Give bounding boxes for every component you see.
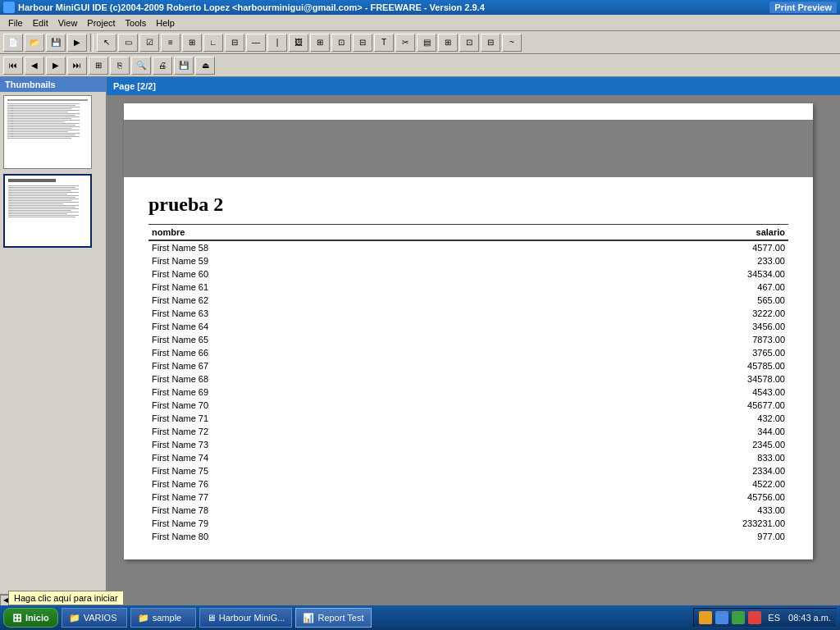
toolbar-btn22[interactable]: ⊞: [438, 34, 458, 52]
toolbar-img[interactable]: 🖼: [289, 34, 308, 52]
thumbnails-panel: Thumbnails: [0, 77, 107, 605]
toolbar-check[interactable]: ☑: [139, 34, 159, 52]
cell-name: First Name 71: [148, 412, 509, 425]
tray-lang: ES: [768, 613, 780, 623]
table-row: First Name 643456.00: [148, 320, 788, 333]
menu-bar: File Edit View Project Tools Help: [0, 15, 840, 31]
page-header-bar: Page [2/2]: [107, 77, 840, 95]
menu-project[interactable]: Project: [82, 16, 120, 30]
cell-name: First Name 73: [148, 438, 509, 451]
app-title: Harbour MiniGUI IDE (c)2004-2009 Roberto…: [18, 2, 766, 12]
content-area: Page [2/2] prueba 2 nombre salario First…: [107, 77, 840, 605]
table-row: First Name 79233231.00: [148, 517, 788, 530]
cell-salary: 3456.00: [509, 320, 788, 333]
cell-name: First Name 63: [148, 307, 509, 320]
table-row: First Name 72344.00: [148, 425, 788, 438]
thumbnail-page1[interactable]: [3, 95, 92, 169]
cell-salary: 233.00: [509, 254, 788, 267]
print-print-btn[interactable]: 🖨: [153, 57, 172, 75]
menu-edit[interactable]: Edit: [28, 16, 53, 30]
print-first-btn[interactable]: ⏮: [3, 57, 23, 75]
taskbar-harbour[interactable]: 🖥 Harbour MiniG...: [199, 608, 293, 628]
thumbnails-list[interactable]: [0, 92, 106, 594]
toolbar-open[interactable]: 📂: [25, 34, 44, 52]
table-row: First Name 59233.00: [148, 254, 788, 267]
toolbar-hline[interactable]: —: [246, 34, 266, 52]
print-last-btn[interactable]: ⏭: [67, 57, 87, 75]
cell-name: First Name 66: [148, 346, 509, 359]
table-row: First Name 732345.00: [148, 438, 788, 451]
page-container[interactable]: prueba 2 nombre salario First Name 58457…: [107, 95, 830, 605]
toolbar-btn23[interactable]: ⊡: [459, 34, 479, 52]
taskbar-tray: ES 08:43 a.m.: [693, 608, 837, 628]
menu-help[interactable]: Help: [151, 16, 180, 30]
menu-file[interactable]: File: [3, 16, 28, 30]
toolbar-btn18[interactable]: ⊟: [353, 34, 372, 52]
print-toolbar: ⏮ ◀ ▶ ⏭ ⊞ ⎘ 🔍 🖨 💾 ⏏: [0, 54, 840, 77]
print-close-btn[interactable]: ⏏: [195, 57, 215, 75]
cell-salary: 3222.00: [509, 307, 788, 320]
cell-salary: 4522.00: [509, 477, 788, 491]
taskbar-varios-label: VARIOS: [84, 613, 117, 623]
cell-name: First Name 74: [148, 451, 509, 464]
thumbnail-page2[interactable]: [3, 174, 92, 248]
print-next-btn[interactable]: ▶: [46, 57, 66, 75]
table-row: First Name 657873.00: [148, 333, 788, 346]
print-prev-btn[interactable]: ◀: [25, 57, 44, 75]
toolbar-new[interactable]: 📄: [3, 34, 23, 52]
cell-name: First Name 79: [148, 517, 509, 530]
taskbar-harbour-label: Harbour MiniG...: [219, 613, 285, 623]
print-zoom-box-btn[interactable]: ⊞: [89, 57, 108, 75]
cell-salary: 45677.00: [509, 399, 788, 412]
toolbar-btn24[interactable]: ⊟: [481, 34, 500, 52]
print-save-btn[interactable]: 💾: [174, 57, 194, 75]
main-layout: Thumbnails: [0, 77, 840, 605]
toolbar-vline[interactable]: |: [267, 34, 287, 52]
cell-name: First Name 60: [148, 267, 509, 281]
cell-name: First Name 59: [148, 254, 509, 267]
toolbar-rect[interactable]: ▭: [118, 34, 138, 52]
app-icon: [3, 2, 15, 13]
print-search-btn[interactable]: 🔍: [131, 57, 151, 75]
toolbar-angle[interactable]: ∟: [203, 34, 223, 52]
main-toolbar: 📄 📂 💾 ▶ ↖ ▭ ☑ ≡ ⊞ ∟ ⊟ — | 🖼 ⊞ ⊡ ⊟ T ✂ ▤ …: [0, 31, 840, 54]
print-copy-btn[interactable]: ⎘: [110, 57, 130, 75]
cell-name: First Name 67: [148, 359, 509, 372]
toolbar-cursor[interactable]: ↖: [97, 34, 116, 52]
taskbar-report-test[interactable]: 📊 Report Test: [295, 608, 371, 628]
toolbar-list[interactable]: ≡: [161, 34, 180, 52]
cell-salary: 833.00: [509, 451, 788, 464]
start-button[interactable]: ⊞ Inicio: [3, 608, 58, 628]
cell-salary: 2334.00: [509, 464, 788, 477]
toolbar-table[interactable]: ⊞: [182, 34, 202, 52]
table-row: First Name 71432.00: [148, 412, 788, 425]
toolbar-btn17[interactable]: ⊡: [331, 34, 351, 52]
folder-icon-2: 📁: [138, 613, 149, 623]
toolbar-btn16[interactable]: ⊞: [310, 34, 330, 52]
toolbar-btn20[interactable]: ✂: [395, 34, 415, 52]
menu-tools[interactable]: Tools: [121, 16, 152, 30]
cell-salary: 233231.00: [509, 517, 788, 530]
cell-name: First Name 65: [148, 333, 509, 346]
table-row: First Name 633222.00: [148, 307, 788, 320]
toolbar-btn19[interactable]: T: [374, 34, 394, 52]
report-table: nombre salario First Name 584577.00First…: [148, 224, 788, 543]
toolbar-btn4[interactable]: ▶: [67, 34, 87, 52]
cell-salary: 2345.00: [509, 438, 788, 451]
table-row: First Name 6034534.00: [148, 267, 788, 281]
table-row: First Name 764522.00: [148, 477, 788, 491]
taskbar-varios[interactable]: 📁 VARIOS: [62, 608, 127, 628]
cell-name: First Name 68: [148, 372, 509, 386]
toolbar-btn25[interactable]: ~: [502, 34, 522, 52]
taskbar-sample[interactable]: 📁 sample: [130, 608, 196, 628]
taskbar-report-label: Report Test: [317, 613, 363, 623]
toolbar-btn21[interactable]: ▤: [417, 34, 436, 52]
toolbar-save[interactable]: 💾: [46, 34, 66, 52]
cell-salary: 7873.00: [509, 333, 788, 346]
cell-name: First Name 62: [148, 294, 509, 307]
cell-name: First Name 70: [148, 399, 509, 412]
cell-name: First Name 61: [148, 281, 509, 294]
cell-salary: 433.00: [509, 504, 788, 517]
menu-view[interactable]: View: [53, 16, 83, 30]
toolbar-grid[interactable]: ⊟: [225, 34, 244, 52]
